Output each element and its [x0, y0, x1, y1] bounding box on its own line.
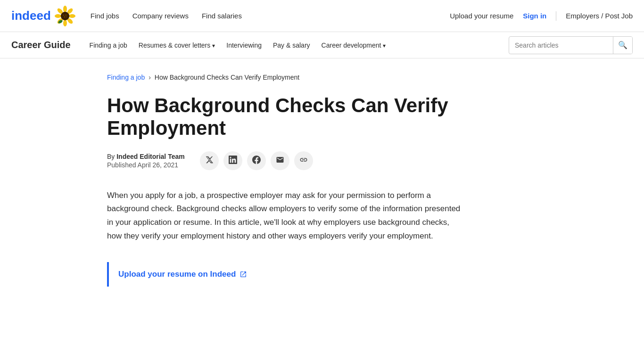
- twitter-icon: [205, 156, 214, 166]
- pay-salary-nav-link[interactable]: Pay & salary: [273, 41, 310, 49]
- author-info: By Indeed Editorial Team Published April…: [107, 153, 185, 169]
- nav-divider: [556, 11, 556, 21]
- svg-point-7: [55, 14, 61, 18]
- interviewing-nav-link[interactable]: Interviewing: [226, 41, 262, 49]
- career-nav-links: Finding a job Resumes & cover letters In…: [90, 41, 494, 49]
- top-nav: indeed Fin: [0, 0, 644, 32]
- search-button[interactable]: 🔍: [613, 37, 632, 54]
- find-salaries-link[interactable]: Find salaries: [202, 12, 242, 20]
- twitter-share-button[interactable]: [200, 151, 219, 170]
- linkedin-icon: [229, 156, 237, 166]
- upload-resume-link[interactable]: Upload your resume: [450, 12, 513, 20]
- email-share-button[interactable]: [271, 151, 289, 170]
- employers-link[interactable]: Employers / Post Job: [566, 12, 633, 20]
- copy-link-button[interactable]: [294, 151, 313, 170]
- article-title: How Background Checks Can Verify Employm…: [107, 94, 465, 140]
- svg-point-13: [66, 16, 67, 17]
- linkedin-share-button[interactable]: [223, 151, 242, 170]
- top-nav-right: Upload your resume Sign in Employers / P…: [450, 11, 633, 21]
- main-content: Finding a job › How Background Checks Ca…: [0, 58, 644, 315]
- career-guide-title: Career Guide: [11, 40, 71, 50]
- external-link-icon: [239, 271, 247, 278]
- finding-a-job-nav-link[interactable]: Finding a job: [90, 41, 127, 49]
- upload-resume-cta-link[interactable]: Upload your resume on Indeed: [118, 270, 528, 279]
- svg-point-1: [63, 6, 67, 12]
- article-body: When you apply for a job, a prospective …: [107, 189, 465, 244]
- sunflower-icon: [55, 6, 75, 26]
- link-icon: [299, 156, 308, 166]
- career-dev-dropdown-icon: [383, 41, 386, 49]
- search-area: 🔍: [509, 36, 633, 54]
- company-reviews-link[interactable]: Company reviews: [132, 12, 189, 20]
- indeed-logo[interactable]: indeed: [11, 6, 75, 26]
- top-nav-links: Find jobs Company reviews Find salaries: [91, 12, 450, 20]
- svg-point-11: [65, 14, 66, 16]
- author-by: By Indeed Editorial Team: [107, 153, 185, 160]
- search-input[interactable]: [509, 41, 613, 49]
- email-icon: [276, 156, 284, 166]
- logo-text: indeed: [11, 8, 51, 23]
- breadcrumb-current: How Background Checks Can Verify Employm…: [155, 74, 299, 81]
- svg-point-3: [69, 14, 75, 18]
- svg-point-5: [63, 20, 67, 26]
- breadcrumb-separator: ›: [149, 74, 151, 81]
- svg-point-9: [61, 12, 69, 20]
- svg-point-10: [63, 14, 64, 16]
- facebook-share-button[interactable]: [247, 151, 266, 170]
- resumes-cover-nav-link[interactable]: Resumes & cover letters: [139, 41, 215, 49]
- sign-in-link[interactable]: Sign in: [523, 12, 546, 20]
- svg-point-12: [64, 16, 65, 17]
- find-jobs-link[interactable]: Find jobs: [91, 12, 119, 20]
- author-name: Indeed Editorial Team: [116, 153, 184, 160]
- resumes-dropdown-icon: [212, 41, 215, 49]
- breadcrumb: Finding a job › How Background Checks Ca…: [107, 74, 537, 81]
- breadcrumb-link[interactable]: Finding a job: [107, 74, 145, 81]
- social-icons: [200, 151, 313, 170]
- author-social-row: By Indeed Editorial Team Published April…: [107, 151, 537, 170]
- career-dev-nav-link[interactable]: Career development: [322, 41, 386, 49]
- publish-date: Published April 26, 2021: [107, 161, 185, 169]
- upload-cta: Upload your resume on Indeed: [107, 262, 537, 287]
- career-guide-nav: Career Guide Finding a job Resumes & cov…: [0, 32, 644, 58]
- facebook-icon: [252, 156, 261, 166]
